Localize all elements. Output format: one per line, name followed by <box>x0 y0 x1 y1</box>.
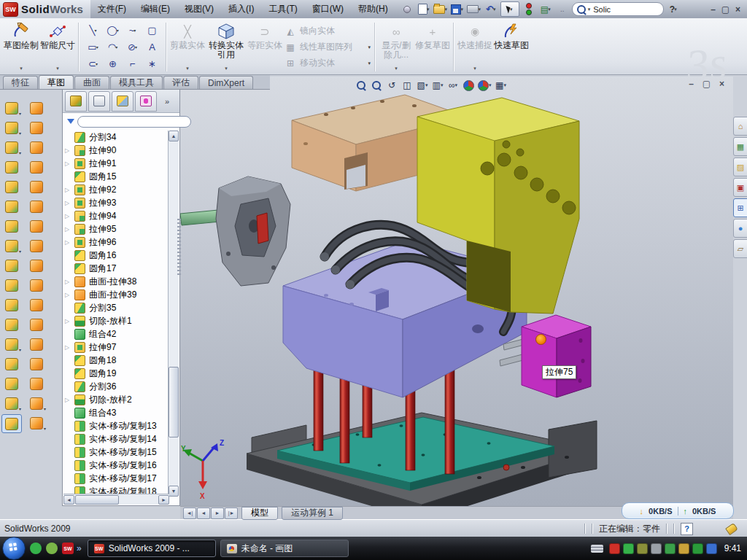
ime-keyboard-icon[interactable] <box>591 545 603 553</box>
tree-item[interactable]: ▷拉伸97 <box>63 341 168 354</box>
planar-surface-icon[interactable] <box>27 198 46 215</box>
expand-arrow-icon[interactable]: ▷ <box>65 292 69 298</box>
rectangle-icon[interactable]: ▭▾ <box>83 39 103 55</box>
chamfer-icon[interactable] <box>2 158 21 176</box>
new-document-button[interactable]: ▾ <box>417 3 431 16</box>
menu-item[interactable]: 插入(I) <box>221 0 261 18</box>
tab-nav-button[interactable]: ◄ <box>197 508 210 519</box>
tree-item[interactable]: ▷拉伸96 <box>63 236 168 249</box>
point-icon[interactable]: ∗ <box>142 55 162 72</box>
messenger-icon[interactable] <box>30 542 42 554</box>
parting-surface-icon[interactable] <box>27 335 46 353</box>
doc-minimize-button[interactable]: – <box>686 79 697 89</box>
print-button[interactable]: ▾ <box>467 3 481 16</box>
spline-curve-icon[interactable]: ▾ <box>2 394 21 412</box>
quick-launch-chevron[interactable]: » <box>77 543 82 553</box>
select-tool-button[interactable]: ▾ <box>500 1 519 17</box>
dropdown-arrow-icon[interactable]: ▾ <box>133 28 136 33</box>
media-player-icon[interactable] <box>46 542 58 554</box>
propertymanager-tab[interactable] <box>88 91 110 112</box>
sketch-button[interactable]: 草图绘制 ▾ <box>3 20 39 74</box>
status-help-button[interactable]: ? <box>681 523 693 535</box>
tree-item[interactable]: 实体-移动/复制16 <box>63 459 168 472</box>
menu-item[interactable]: 文件(F) <box>90 0 133 18</box>
file-explorer-tab[interactable]: ▨ <box>733 158 747 176</box>
tab-nav-button[interactable]: ► <box>211 508 224 519</box>
smart-dimension-button[interactable]: 智能尺寸 ▾ <box>39 20 76 74</box>
tree-item[interactable]: 圆角19 <box>63 367 168 380</box>
sketch-fillet-icon[interactable]: ⌐ <box>123 55 142 72</box>
document-tab[interactable]: 模型 <box>241 507 278 520</box>
zoom-area-icon[interactable] <box>371 79 382 92</box>
expand-arrow-icon[interactable]: ▷ <box>65 279 69 285</box>
custom-properties-tab[interactable]: ▱ <box>733 239 747 258</box>
expand-arrow-icon[interactable]: ▷ <box>65 318 69 324</box>
tree-item[interactable]: 圆角17 <box>63 262 168 275</box>
expand-arrow-icon[interactable]: ▷ <box>65 213 69 219</box>
spline-icon[interactable]: ~▾ <box>123 22 142 39</box>
undo-button[interactable]: ↶▾ <box>484 3 498 16</box>
tree-item[interactable]: 分割35 <box>63 301 168 314</box>
restore-button[interactable]: ▢ <box>719 4 732 15</box>
knit-surface-icon[interactable] <box>27 178 46 195</box>
menu-item[interactable]: 编辑(E) <box>133 0 177 18</box>
dropdown-arrow-icon[interactable]: ▾ <box>96 61 98 66</box>
tree-item[interactable]: ▷曲面-拉伸38 <box>63 275 168 288</box>
sync-icon[interactable] <box>665 543 676 554</box>
linear-pattern-icon[interactable]: ▾ <box>2 237 21 254</box>
line-icon[interactable]: ╲▾ <box>83 22 103 39</box>
instant3d-icon[interactable] <box>1 414 22 433</box>
tree-item[interactable]: ▷拉伸93 <box>63 196 168 209</box>
expand-arrow-icon[interactable]: ▷ <box>65 160 69 167</box>
network-warning-icon[interactable] <box>678 543 689 554</box>
dropdown-arrow-icon[interactable]: ▾ <box>455 82 458 88</box>
document-tab[interactable]: 运动算例 1 <box>282 507 343 520</box>
hscroll-thumb[interactable] <box>75 495 119 505</box>
dropdown-arrow-icon[interactable]: ▾ <box>94 28 96 33</box>
security-shield-icon[interactable] <box>623 543 634 554</box>
toolbar-overflow[interactable]: .. <box>555 3 570 16</box>
extruded-cut-icon[interactable]: ▾ <box>2 119 21 136</box>
view-orientation-icon[interactable]: ▥▾ <box>432 79 444 92</box>
dropdown-arrow-icon[interactable]: ▾ <box>117 28 119 33</box>
dropdown-arrow-icon[interactable]: ▾ <box>489 82 492 88</box>
untrim-surface-icon[interactable] <box>27 296 46 314</box>
extruded-boss-icon[interactable]: ▾ <box>2 99 21 117</box>
panel-splitter-handle[interactable] <box>177 219 181 277</box>
doc-restore-button[interactable]: ▢ <box>701 79 712 89</box>
tab-nav-button[interactable]: ◄| <box>183 508 196 519</box>
menu-item[interactable]: 帮助(H) <box>351 0 395 18</box>
previous-view-icon[interactable]: ↺ <box>386 79 398 92</box>
polygon-icon[interactable]: ⊕ <box>103 55 123 72</box>
dropdown-arrow-icon[interactable]: ▾ <box>503 82 506 88</box>
commandmanager-tab[interactable]: 特征 <box>3 76 38 89</box>
color-swatch-icon[interactable] <box>522 3 536 16</box>
menu-item[interactable]: 窗口(W) <box>305 0 351 18</box>
tree-item[interactable]: ▷拉伸95 <box>63 222 168 236</box>
shell-icon[interactable] <box>2 178 21 195</box>
section-view-icon[interactable]: ◫ <box>401 79 413 92</box>
dropdown-arrow-icon[interactable]: ▾ <box>115 44 117 50</box>
view-settings-icon[interactable]: ▦▾ <box>495 79 507 92</box>
reference-point-icon[interactable]: ▾ <box>2 335 21 353</box>
tree-item[interactable]: 圆角18 <box>63 354 168 367</box>
extend-surface-icon[interactable] <box>27 257 46 274</box>
apply-scene-icon[interactable]: ▾ <box>478 79 492 92</box>
volume-icon[interactable] <box>651 543 662 554</box>
tree-item[interactable]: ▷切除-放样1 <box>63 314 168 327</box>
revolved-surface-icon[interactable] <box>27 119 46 136</box>
antivirus-icon[interactable] <box>609 543 620 554</box>
expand-arrow-icon[interactable]: ▷ <box>65 147 69 154</box>
taskbar-button[interactable]: 未命名 - 画图 <box>220 540 349 557</box>
offset-surface-icon[interactable] <box>27 217 46 235</box>
combine-icon[interactable] <box>2 296 21 314</box>
dropdown-arrow-icon[interactable]: ▾ <box>135 44 137 50</box>
tree-horizontal-scrollbar[interactable]: ◄ ► <box>63 494 169 505</box>
core-icon[interactable] <box>27 375 46 392</box>
reference-axis-icon[interactable] <box>2 355 21 373</box>
save-button[interactable]: ▾ <box>450 3 465 16</box>
tree-item[interactable]: 圆角16 <box>63 249 168 262</box>
tree-vertical-scrollbar[interactable] <box>168 131 179 495</box>
dropdown-arrow-icon[interactable]: ▾ <box>96 44 98 50</box>
ellipse-icon[interactable]: ⊘▾ <box>123 39 142 55</box>
